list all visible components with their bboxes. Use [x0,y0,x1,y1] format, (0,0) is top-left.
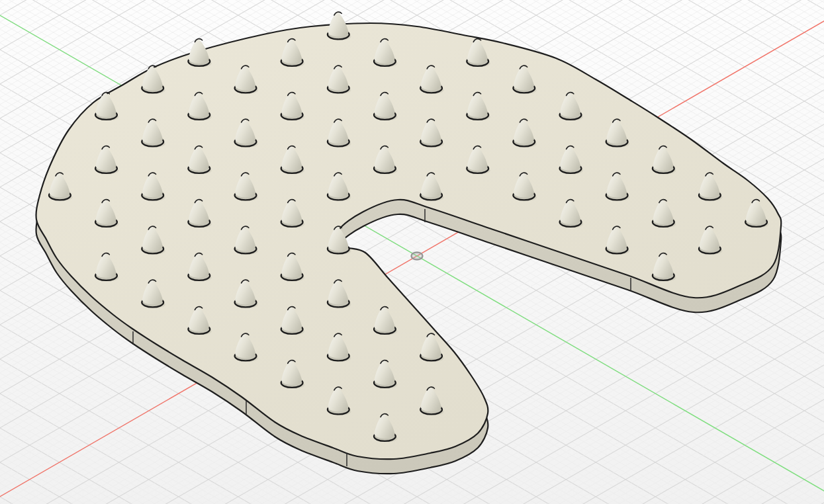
cad-canvas[interactable] [0,0,824,504]
cad-viewport [0,0,824,504]
origin-marker[interactable] [412,253,423,260]
